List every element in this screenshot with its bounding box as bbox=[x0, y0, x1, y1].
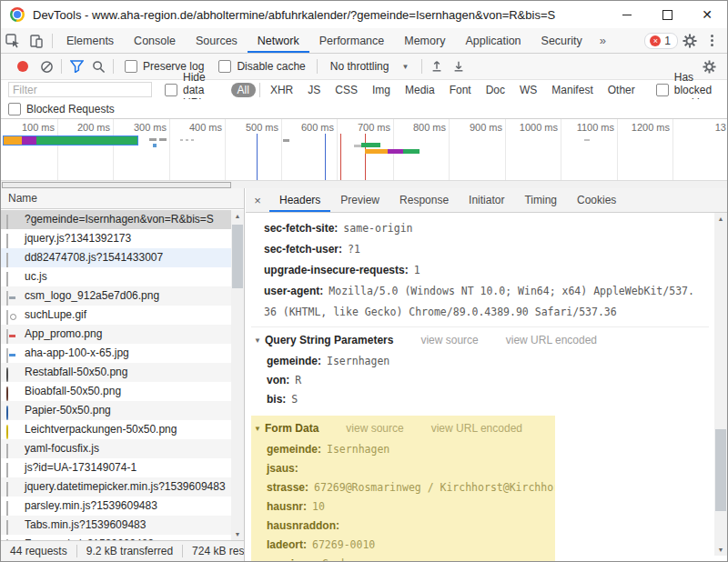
request-row[interactable]: jquery.datetimepicker.min.js?1539609483 bbox=[1, 477, 231, 497]
filter-chip-media[interactable]: Media bbox=[399, 83, 441, 97]
detail-tab-response[interactable]: Response bbox=[389, 188, 459, 212]
toolbar-divider bbox=[113, 59, 114, 74]
tab-performance[interactable]: Performance bbox=[309, 28, 395, 53]
scroll-down-arrow[interactable]: ▼ bbox=[714, 544, 727, 556]
scroll-thumb[interactable] bbox=[232, 225, 243, 288]
request-row[interactable]: Restabfall-50x50.png bbox=[1, 363, 231, 382]
tab-elements[interactable]: Elements bbox=[56, 28, 124, 53]
network-overview-timeline[interactable]: 100 ms200 ms300 ms400 ms500 ms600 ms700 … bbox=[1, 119, 727, 188]
disclosure-triangle-icon[interactable]: ▼ bbox=[254, 419, 265, 438]
inspect-icon bbox=[5, 34, 20, 48]
filter-chip-js[interactable]: JS bbox=[301, 83, 327, 97]
scroll-up-arrow[interactable]: ▲ bbox=[231, 210, 244, 222]
maximize-icon bbox=[662, 10, 672, 20]
scroll-up-arrow[interactable]: ▲ bbox=[714, 213, 727, 225]
blocked-requests-checkbox[interactable]: Blocked Requests bbox=[8, 103, 115, 115]
filter-chip-other[interactable]: Other bbox=[602, 83, 642, 97]
more-tabs-button[interactable]: » bbox=[592, 28, 613, 53]
request-row[interactable]: js?id=UA-173149074-1 bbox=[1, 458, 231, 477]
view-source-link[interactable]: view source bbox=[420, 331, 478, 350]
filter-chip-ws[interactable]: WS bbox=[513, 83, 543, 97]
close-button[interactable]: ✕ bbox=[687, 1, 727, 28]
overview-hscrollbar[interactable] bbox=[1, 180, 727, 188]
settings-button[interactable] bbox=[678, 28, 702, 53]
request-row[interactable]: Bioabfall-50x50.png bbox=[1, 382, 231, 401]
tab-network[interactable]: Network bbox=[248, 28, 309, 53]
minimize-button[interactable] bbox=[607, 1, 647, 28]
waterfall-mark bbox=[388, 149, 403, 154]
request-row[interactable]: parsley.min.js?1539609483 bbox=[1, 497, 231, 516]
script-icon bbox=[6, 442, 8, 458]
waterfall-mark bbox=[361, 143, 380, 147]
filter-toggle-button[interactable] bbox=[66, 60, 87, 73]
header-line: sec-fetch-site:same-origin bbox=[251, 217, 709, 238]
view-source-link[interactable]: view source bbox=[346, 419, 403, 438]
status-item: 44 requests bbox=[1, 545, 76, 557]
scroll-down-arrow[interactable]: ▼ bbox=[231, 528, 244, 540]
throttling-select[interactable]: No throttling ▼ bbox=[330, 60, 410, 73]
disclosure-triangle-icon[interactable]: ▼ bbox=[254, 331, 265, 350]
maximize-button[interactable] bbox=[647, 1, 687, 28]
detail-tab-initiator[interactable]: Initiator bbox=[459, 188, 514, 212]
waterfall-mark bbox=[354, 145, 361, 147]
close-detail-button[interactable]: × bbox=[246, 188, 269, 212]
header-key: user-agent: bbox=[264, 285, 323, 297]
request-row[interactable]: uc.js bbox=[1, 267, 231, 286]
overview-hscroll-thumb[interactable] bbox=[2, 182, 231, 188]
import-har-button[interactable] bbox=[426, 60, 448, 73]
view-URL-encoded-link[interactable]: view URL encoded bbox=[431, 419, 522, 438]
request-row[interactable]: suchLupe.gif bbox=[1, 306, 231, 325]
clear-button[interactable] bbox=[35, 60, 57, 74]
request-row[interactable]: dd82474708.js?1541433007 bbox=[1, 248, 231, 267]
filter-chip-css[interactable]: CSS bbox=[329, 83, 364, 97]
filter-chip-xhr[interactable]: XHR bbox=[264, 83, 299, 97]
disable-cache-checkbox[interactable]: Disable cache bbox=[218, 60, 305, 73]
request-name: Papier-50x50.png bbox=[25, 404, 111, 416]
tab-application[interactable]: Application bbox=[455, 28, 531, 53]
device-toolbar-button[interactable] bbox=[25, 28, 48, 53]
detail-tab-timing[interactable]: Timing bbox=[514, 188, 567, 212]
section-title-row: ▼Query String Parametersview sourceview … bbox=[251, 331, 709, 350]
request-row[interactable]: Papier-50x50.png bbox=[1, 401, 231, 420]
export-har-button[interactable] bbox=[448, 60, 470, 73]
checkbox-icon bbox=[165, 84, 177, 96]
timeline-tick-label: 100 ms bbox=[1, 122, 55, 134]
view-URL-encoded-link[interactable]: view URL encoded bbox=[506, 331, 597, 350]
request-name: dd82474708.js?1541433007 bbox=[25, 251, 163, 264]
filter-chip-img[interactable]: Img bbox=[366, 83, 397, 97]
request-row[interactable]: Tabs.min.js?1539609483 bbox=[1, 516, 231, 535]
filter-chip-doc[interactable]: Doc bbox=[480, 83, 511, 97]
waterfall-mark bbox=[403, 149, 420, 154]
tab-sources[interactable]: Sources bbox=[186, 28, 248, 53]
search-button[interactable] bbox=[87, 60, 109, 74]
request-row[interactable]: Leichtverpackungen-50x50.png bbox=[1, 420, 231, 439]
chevron-down-icon: ▼ bbox=[401, 63, 409, 71]
more-options-button[interactable] bbox=[702, 28, 722, 53]
header-line: upgrade-insecure-requests:1 bbox=[251, 259, 709, 280]
request-row[interactable]: ?gemeinde=Isernhagen&von=R&bis=S bbox=[1, 210, 231, 229]
request-row[interactable]: csm_logo_912a5e7d06.png bbox=[1, 286, 231, 306]
scroll-thumb[interactable] bbox=[715, 429, 726, 511]
tab-memory[interactable]: Memory bbox=[394, 28, 455, 53]
filter-input[interactable] bbox=[8, 82, 152, 97]
filter-chip-font[interactable]: Font bbox=[443, 83, 478, 97]
name-column-header[interactable]: Name bbox=[1, 188, 244, 209]
tab-security[interactable]: Security bbox=[531, 28, 592, 53]
request-row[interactable]: aha-app-100-x-65.jpg bbox=[1, 344, 231, 363]
request-row[interactable]: yaml-focusfix.js bbox=[1, 439, 231, 458]
error-badge[interactable]: × 1 bbox=[644, 33, 678, 49]
filter-chip-manifest[interactable]: Manifest bbox=[545, 83, 599, 97]
inspect-element-button[interactable] bbox=[1, 28, 25, 53]
request-row[interactable]: jquery.js?1341392173 bbox=[1, 229, 231, 248]
detail-tab-headers[interactable]: Headers bbox=[269, 188, 330, 212]
timeline-tick-label: 400 ms bbox=[167, 122, 222, 134]
detail-scrollbar[interactable]: ▲▼ bbox=[714, 213, 727, 556]
request-row[interactable]: App_promo.png bbox=[1, 325, 231, 344]
detail-tab-preview[interactable]: Preview bbox=[330, 188, 389, 212]
selected-request-bar[interactable] bbox=[3, 135, 138, 146]
request-list-scrollbar[interactable]: ▲▼ bbox=[231, 210, 244, 540]
record-button[interactable] bbox=[17, 61, 28, 72]
detail-tab-cookies[interactable]: Cookies bbox=[567, 188, 626, 212]
tab-console[interactable]: Console bbox=[124, 28, 186, 53]
filter-chip-all[interactable]: All bbox=[231, 83, 256, 97]
